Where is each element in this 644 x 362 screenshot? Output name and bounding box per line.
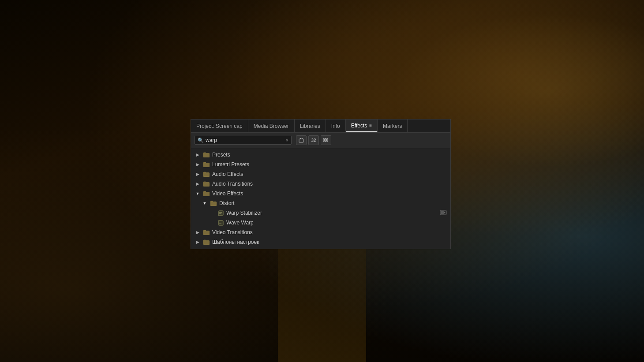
- folder-icon: [203, 190, 210, 197]
- tree-item-audio-effects[interactable]: ▶ Audio Effects: [191, 169, 450, 179]
- chevron-right-icon: ▶: [195, 171, 201, 177]
- effect-icon: [217, 209, 224, 216]
- svg-rect-3: [324, 138, 326, 140]
- presets-label: Presets: [212, 152, 447, 158]
- video-effects-label: Video Effects: [212, 190, 447, 197]
- tab-project[interactable]: Project: Screen cap: [191, 119, 248, 132]
- tree-item-presets[interactable]: ▶ Presets: [191, 150, 450, 160]
- chevron-down-icon: ▼: [195, 190, 201, 197]
- chevron-down-icon: ▼: [202, 200, 208, 206]
- svg-point-12: [444, 212, 446, 213]
- svg-rect-0: [299, 139, 303, 142]
- tree-item-video-transitions[interactable]: ▶ Video Transitions: [191, 228, 450, 237]
- list-icon: 32: [311, 138, 316, 143]
- folder-icon: [203, 171, 210, 178]
- folder-icon: [203, 151, 210, 158]
- distort-label: Distort: [219, 200, 447, 206]
- search-icon: 🔍: [198, 138, 204, 143]
- folder-icon: [203, 180, 210, 187]
- warp-stabilizer-badge: [440, 209, 447, 217]
- tree-item-distort[interactable]: ▼ Distort: [191, 198, 450, 208]
- panel-tabs: Project: Screen cap Media Browser Librar…: [191, 119, 450, 133]
- chevron-right-icon: ▶: [195, 161, 201, 168]
- search-bar: 🔍 × 32: [191, 133, 450, 148]
- tree-item-video-effects[interactable]: ▼ Video Effects: [191, 189, 450, 198]
- chevron-right-icon: ▶: [195, 181, 201, 187]
- svg-rect-1: [300, 138, 301, 139]
- svg-rect-2: [302, 138, 303, 139]
- video-transitions-label: Video Transitions: [212, 229, 447, 235]
- tab-libraries[interactable]: Libraries: [295, 119, 326, 132]
- lumetri-presets-label: Lumetri Presets: [212, 161, 447, 168]
- tab-markers[interactable]: Markers: [378, 119, 408, 132]
- svg-rect-8: [219, 212, 222, 213]
- svg-rect-5: [324, 141, 326, 142]
- tab-media-browser[interactable]: Media Browser: [248, 119, 295, 132]
- settings-templates-label: Шаблоны настроек: [212, 239, 447, 245]
- folder-icon: [203, 239, 210, 246]
- effects-panel: Project: Screen cap Media Browser Librar…: [191, 119, 451, 249]
- effects-tree: ▶ Presets ▶ Lumetri Presets ▶: [191, 148, 450, 249]
- svg-rect-14: [219, 222, 222, 222]
- svg-rect-4: [326, 138, 328, 140]
- tab-info[interactable]: Info: [326, 119, 346, 132]
- svg-rect-6: [326, 141, 328, 142]
- tab-effects[interactable]: Effects ≡: [346, 119, 378, 132]
- list-view-button[interactable]: 32: [308, 135, 319, 145]
- warp-stabilizer-label: Warp Stabilizer: [226, 210, 440, 216]
- new-bin-button[interactable]: [296, 135, 307, 145]
- folder-icon: [210, 200, 217, 207]
- folder-icon: [203, 229, 210, 236]
- folder-icon: [203, 161, 210, 168]
- search-input-wrap: 🔍 ×: [195, 136, 292, 145]
- svg-rect-11: [441, 211, 444, 214]
- audio-transitions-label: Audio Transitions: [212, 181, 447, 187]
- icon-view-button[interactable]: [321, 135, 331, 145]
- effects-menu-icon[interactable]: ≡: [369, 123, 372, 128]
- chevron-right-icon: ▶: [195, 152, 201, 158]
- search-clear-button[interactable]: ×: [286, 138, 288, 143]
- tree-item-lumetri-presets[interactable]: ▶ Lumetri Presets: [191, 160, 450, 169]
- svg-rect-15: [219, 223, 221, 223]
- tree-item-warp-stabilizer[interactable]: ▶ Warp Stabilizer: [191, 208, 450, 218]
- effect-icon: [217, 219, 224, 226]
- search-input[interactable]: [206, 137, 284, 143]
- audio-effects-label: Audio Effects: [212, 171, 447, 177]
- tree-item-settings-templates[interactable]: ▶ Шаблоны настроек: [191, 237, 450, 247]
- tree-item-audio-transitions[interactable]: ▶ Audio Transitions: [191, 179, 450, 189]
- chevron-right-icon: ▶: [195, 239, 201, 245]
- search-tools: 32: [296, 135, 331, 145]
- tree-item-wave-warp[interactable]: ▶ Wave Warp: [191, 218, 450, 228]
- chevron-right-icon: ▶: [195, 229, 201, 235]
- wave-warp-label: Wave Warp: [226, 220, 447, 226]
- svg-rect-9: [219, 213, 221, 213]
